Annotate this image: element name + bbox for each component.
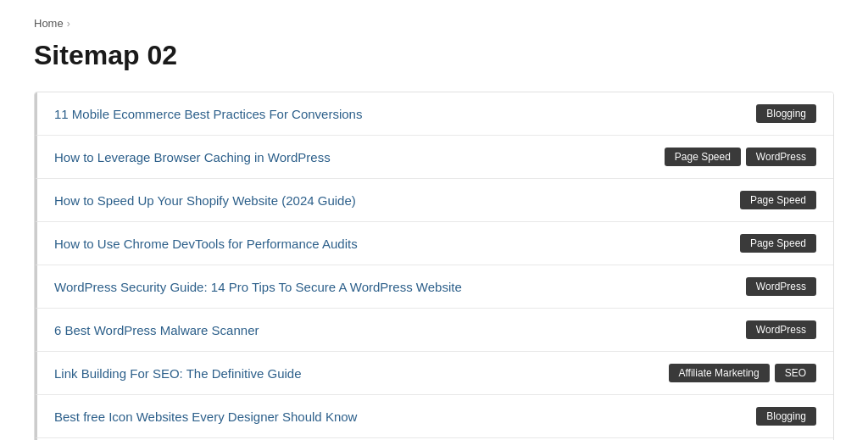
row-title-5[interactable]: WordPress Security Guide: 14 Pro Tips To…: [54, 280, 746, 294]
sitemap-row: Best free Icon Websites Every Designer S…: [35, 395, 833, 438]
sitemap-row: How to Use Chrome DevTools for Performan…: [35, 222, 833, 265]
tag-wordpress[interactable]: WordPress: [746, 148, 816, 166]
row-title-1[interactable]: 11 Mobile Ecommerce Best Practices For C…: [54, 107, 756, 121]
breadcrumb: Home ›: [34, 17, 834, 30]
row-tags-1: Blogging: [756, 104, 816, 123]
tag-page-speed[interactable]: Page Speed: [740, 234, 816, 253]
tag-blogging[interactable]: Blogging: [756, 104, 816, 123]
sitemap-row: How to Speed Up Your Shopify Website (20…: [35, 179, 833, 222]
tag-affiliate-marketing[interactable]: Affiliate Marketing: [669, 364, 770, 382]
tag-wordpress[interactable]: WordPress: [746, 320, 816, 339]
row-tags-2: Page SpeedWordPress: [665, 148, 816, 166]
sitemap-row: 6 Best WordPress Malware ScannerWordPres…: [35, 309, 833, 352]
breadcrumb-separator: ›: [67, 18, 70, 30]
tag-page-speed[interactable]: Page Speed: [665, 148, 741, 166]
tag-page-speed[interactable]: Page Speed: [740, 191, 816, 209]
row-title-3[interactable]: How to Speed Up Your Shopify Website (20…: [54, 193, 740, 208]
row-tags-3: Page Speed: [740, 191, 816, 209]
row-tags-5: WordPress: [746, 277, 816, 296]
row-tags-7: Affiliate MarketingSEO: [669, 364, 817, 382]
sitemap-row: WordPress Security Guide: 14 Pro Tips To…: [35, 265, 833, 309]
row-tags-8: Blogging: [756, 407, 816, 426]
tag-seo[interactable]: SEO: [775, 364, 816, 382]
row-tags-6: WordPress: [746, 320, 816, 339]
breadcrumb-home[interactable]: Home: [34, 17, 64, 30]
page-title: Sitemap 02: [34, 40, 834, 71]
sitemap-row: 11 Mobile Ecommerce Best Practices For C…: [35, 92, 833, 136]
row-title-8[interactable]: Best free Icon Websites Every Designer S…: [54, 409, 756, 424]
sitemap-list: 11 Mobile Ecommerce Best Practices For C…: [34, 92, 834, 440]
sitemap-row: Link Building For SEO: The Definitive Gu…: [35, 352, 833, 395]
row-title-7[interactable]: Link Building For SEO: The Definitive Gu…: [54, 366, 669, 381]
row-title-2[interactable]: How to Leverage Browser Caching in WordP…: [54, 150, 665, 164]
row-title-4[interactable]: How to Use Chrome DevTools for Performan…: [54, 237, 740, 251]
tag-blogging[interactable]: Blogging: [756, 407, 816, 426]
tag-wordpress[interactable]: WordPress: [746, 277, 816, 296]
row-tags-4: Page Speed: [740, 234, 816, 253]
row-title-6[interactable]: 6 Best WordPress Malware Scanner: [54, 323, 746, 337]
sitemap-row: How to Leverage Browser Caching in WordP…: [35, 136, 833, 179]
